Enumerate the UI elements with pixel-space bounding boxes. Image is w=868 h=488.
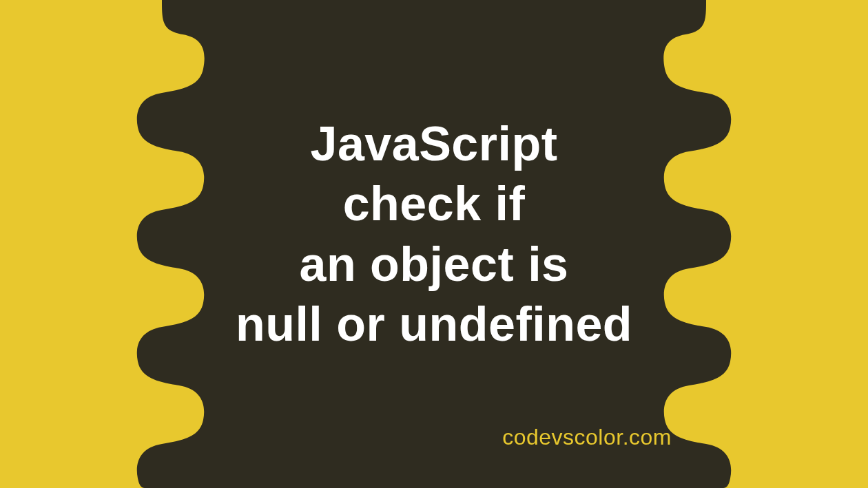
site-watermark: codevscolor.com — [502, 425, 672, 450]
promo-title: JavaScript check if an object is null or… — [236, 114, 632, 355]
